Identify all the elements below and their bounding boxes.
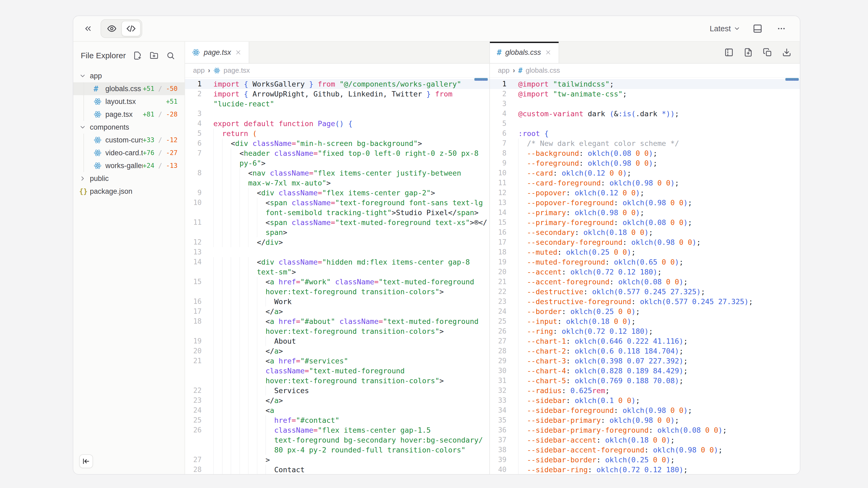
code-line[interactable]: 2@import "tw-animate-css"; xyxy=(490,89,800,99)
panel-bottom-button[interactable] xyxy=(751,22,765,36)
code-line[interactable]: font-semibold tracking-tight">Studio Pix… xyxy=(185,208,489,218)
breadcrumb-file[interactable]: globals.css xyxy=(526,66,560,74)
code-line[interactable]: 9--foreground: oklch(0.98 0 0); xyxy=(490,158,800,168)
code-line[interactable]: 18--muted: oklch(0.25 0 0); xyxy=(490,247,800,257)
code-line[interactable]: 12</div> xyxy=(185,237,489,247)
code-line[interactable]: 26className="flex items-center gap-1.5 xyxy=(185,425,489,435)
code-line[interactable]: 80 px-4 py-2 rounded-full transition-col… xyxy=(185,445,489,455)
code-line[interactable]: 1import { WorksGallery } from "@/compone… xyxy=(185,79,489,89)
code-line[interactable]: 37--sidebar-accent: oklch(0.18 0 0); xyxy=(490,435,800,445)
code-right[interactable]: 1@import "tailwindcss";2@import "tw-anim… xyxy=(490,77,800,474)
code-line[interactable]: hover:text-foreground transition-colors"… xyxy=(185,376,489,386)
right-scrollbar-thumb[interactable] xyxy=(785,78,799,81)
code-line[interactable]: 5return ( xyxy=(185,129,489,138)
code-line[interactable]: 21--accent-foreground: oklch(0.08 0 0); xyxy=(490,277,800,287)
file-tree-item-page.tsx[interactable]: page.tsx+81 / -28 xyxy=(73,108,185,121)
new-file-button[interactable] xyxy=(133,51,142,60)
file-tree-item-app[interactable]: app xyxy=(73,69,185,82)
code-line[interactable]: py-6"> xyxy=(185,158,489,168)
code-line[interactable]: 3 xyxy=(490,99,800,109)
code-line[interactable]: span> xyxy=(185,227,489,237)
code-line[interactable]: 15<a href="#work" className="text-muted-… xyxy=(185,277,489,287)
preview-toggle-button[interactable] xyxy=(102,21,121,36)
code-line[interactable]: 24--border: oklch(0.25 0 0); xyxy=(490,306,800,317)
collapse-sidebar-button[interactable] xyxy=(79,454,93,468)
code-line[interactable]: 19--muted-foreground: oklch(0.65 0 0); xyxy=(490,257,800,267)
version-dropdown[interactable]: Latest xyxy=(710,24,740,33)
tab-globals-css[interactable]: # globals.css xyxy=(490,42,559,63)
code-line[interactable]: 27--chart-1: oklch(0.646 0.222 41.116); xyxy=(490,336,800,346)
code-line[interactable]: 25--input: oklch(0.18 0 0); xyxy=(490,317,800,326)
code-line[interactable]: className="text-muted-foreground xyxy=(185,366,489,376)
code-line[interactable]: text-foreground bg-secondary hover:bg-se… xyxy=(185,435,489,445)
code-line[interactable]: hover:text-foreground transition-colors"… xyxy=(185,287,489,297)
code-line[interactable]: 6<div className="min-h-screen bg-backgro… xyxy=(185,138,489,148)
code-line[interactable]: 13--popover-foreground: oklch(0.98 0 0); xyxy=(490,198,800,208)
code-toggle-button[interactable] xyxy=(121,21,141,36)
code-line[interactable]: 20</a> xyxy=(185,346,489,356)
code-line[interactable]: 39--sidebar-border: oklch(0.25 0 0); xyxy=(490,455,800,465)
code-line[interactable]: 7<header className="fixed top-0 left-0 r… xyxy=(185,148,489,158)
close-tab-icon[interactable] xyxy=(545,49,552,56)
code-line[interactable]: 31--chart-5: oklch(0.769 0.188 70.08); xyxy=(490,376,800,386)
code-left[interactable]: 1import { WorksGallery } from "@/compone… xyxy=(185,77,489,474)
new-folder-button[interactable] xyxy=(149,51,159,60)
code-line[interactable]: 2import { ArrowUpRight, Github, Linkedin… xyxy=(185,89,489,99)
file-tree-item-components[interactable]: components xyxy=(73,121,185,134)
search-files-button[interactable] xyxy=(166,51,176,60)
code-line[interactable]: 7/* New dark elegant color scheme */ xyxy=(490,138,800,148)
code-line[interactable]: 40--sidebar-ring: oklch(0.72 0.12 180); xyxy=(490,465,800,474)
code-line[interactable]: 14<div className="hidden md:flex items-c… xyxy=(185,257,489,267)
breadcrumb-root[interactable]: app xyxy=(193,66,205,74)
breadcrumb-file[interactable]: page.tsx xyxy=(223,66,250,74)
code-line[interactable]: 13 xyxy=(185,247,489,257)
close-tab-icon[interactable] xyxy=(235,49,242,56)
code-line[interactable]: 6:root { xyxy=(490,129,800,138)
code-line[interactable]: 24<a xyxy=(185,405,489,415)
code-line[interactable]: 36--sidebar-primary-foreground: oklch(0.… xyxy=(490,425,800,435)
code-line[interactable]: 10<span className="text-foreground font-… xyxy=(185,198,489,208)
code-line[interactable]: 11--card-foreground: oklch(0.98 0 0); xyxy=(490,178,800,188)
collapse-panel-button[interactable] xyxy=(81,22,95,35)
copy-button[interactable] xyxy=(763,47,773,58)
code-line[interactable]: 15--primary-foreground: oklch(0.08 0 0); xyxy=(490,218,800,227)
code-line[interactable]: hover:text-foreground transition-colors"… xyxy=(185,326,489,336)
code-line[interactable]: 16Work xyxy=(185,297,489,306)
code-line[interactable]: text-sm"> xyxy=(185,267,489,277)
code-line[interactable]: 33--sidebar: oklch(0.1 0 0); xyxy=(490,395,800,405)
code-line[interactable]: 17</a> xyxy=(185,306,489,317)
code-line[interactable]: 30--chart-4: oklch(0.828 0.189 84.429); xyxy=(490,366,800,376)
code-line[interactable]: 11<span className="text-muted-foreground… xyxy=(185,218,489,227)
code-line[interactable]: 10--card: oklch(0.12 0 0); xyxy=(490,168,800,178)
file-tree-item-public[interactable]: public xyxy=(73,172,185,185)
code-line[interactable]: 29--chart-3: oklch(0.398 0.07 227.392); xyxy=(490,356,800,366)
file-tree-item-globals.css[interactable]: #globals.css+51 / -50 xyxy=(73,82,185,95)
code-line[interactable]: 4@custom-variant dark (&:is(.dark *)); xyxy=(490,109,800,119)
code-line[interactable]: 3 xyxy=(185,109,489,119)
code-line[interactable]: 5 xyxy=(490,119,800,129)
code-line[interactable]: 27> xyxy=(185,455,489,465)
code-line[interactable]: 22Services xyxy=(185,386,489,395)
code-line[interactable]: 18<a href="#about" className="text-muted… xyxy=(185,317,489,326)
code-line[interactable]: 14--primary: oklch(0.98 0 0); xyxy=(490,208,800,218)
breadcrumb-root[interactable]: app xyxy=(498,66,509,74)
code-line[interactable]: 20--accent: oklch(0.72 0.12 180); xyxy=(490,267,800,277)
more-options-button[interactable] xyxy=(775,22,788,35)
code-line[interactable]: 28--chart-2: oklch(0.6 0.118 184.704); xyxy=(490,346,800,356)
code-line[interactable]: 23</a> xyxy=(185,395,489,405)
code-line[interactable]: 22--destructive: oklch(0.577 0.245 27.32… xyxy=(490,287,800,297)
code-line[interactable]: 19About xyxy=(185,336,489,346)
file-tree-item-video-card.tsx[interactable]: video-card.tsx+76 / -27 xyxy=(73,147,185,159)
code-line[interactable]: 8<nav className="flex items-center justi… xyxy=(185,168,489,178)
code-line[interactable]: 25href="#contact" xyxy=(185,415,489,425)
code-line[interactable]: 23--destructive-foreground: oklch(0.577 … xyxy=(490,297,800,306)
code-line[interactable]: max-w-7xl mx-auto"> xyxy=(185,178,489,188)
left-scrollbar-thumb[interactable] xyxy=(474,78,488,81)
code-line[interactable]: 17--secondary-foreground: oklch(0.98 0 0… xyxy=(490,237,800,247)
tab-page-tsx[interactable]: page.tsx xyxy=(185,42,249,63)
file-tree-item-layout.tsx[interactable]: layout.tsx+51 xyxy=(73,95,185,108)
code-line[interactable]: 26--ring: oklch(0.72 0.12 180); xyxy=(490,326,800,336)
code-line[interactable]: 9<div className="flex items-center gap-2… xyxy=(185,188,489,198)
code-line[interactable]: 35--sidebar-primary: oklch(0.98 0 0); xyxy=(490,415,800,425)
code-line[interactable]: 28Contact xyxy=(185,465,489,474)
